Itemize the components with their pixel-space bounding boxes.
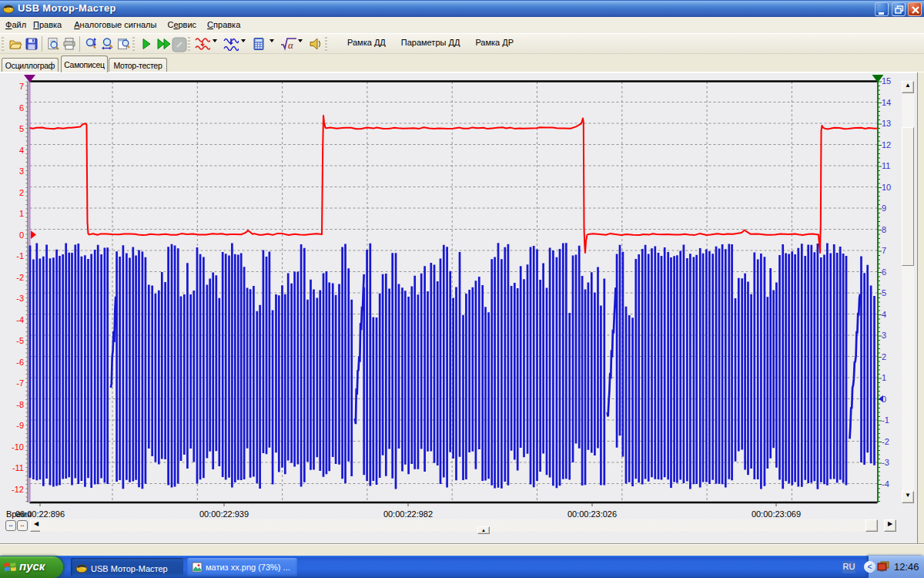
svg-text:5: 5	[882, 288, 886, 297]
svg-text:15: 15	[882, 76, 891, 86]
svg-text:11: 11	[882, 161, 890, 170]
svg-text:1: 1	[19, 209, 24, 218]
svg-text:3: 3	[882, 331, 886, 340]
svg-text:6: 6	[19, 103, 24, 113]
svg-text:12: 12	[882, 140, 891, 150]
svg-text:-1: -1	[16, 251, 24, 260]
svg-text:00:00:23:026: 00:00:23:026	[567, 509, 617, 519]
svg-text:-11: -11	[12, 463, 24, 472]
svg-text:-9: -9	[16, 421, 24, 430]
svg-text:-3: -3	[16, 294, 24, 303]
svg-text:-7: -7	[16, 378, 24, 388]
svg-text:-8: -8	[16, 400, 24, 409]
svg-text:-5: -5	[16, 336, 24, 345]
svg-text:4: 4	[882, 310, 886, 319]
svg-text:00:00:23:069: 00:00:23:069	[752, 509, 801, 519]
svg-text:3: 3	[19, 166, 24, 176]
svg-text:13: 13	[882, 119, 891, 128]
svg-text:00:00:22:982: 00:00:22:982	[383, 509, 433, 519]
svg-text:-2: -2	[882, 437, 889, 446]
svg-text:0: 0	[19, 230, 24, 240]
svg-text:8: 8	[882, 225, 886, 234]
svg-text:4: 4	[19, 146, 24, 155]
svg-text:7: 7	[882, 246, 886, 255]
svg-text:-10: -10	[12, 442, 24, 452]
svg-text:1: 1	[882, 373, 886, 382]
svg-text:-4: -4	[16, 315, 24, 324]
svg-text:9: 9	[882, 203, 886, 213]
svg-text:6: 6	[882, 267, 886, 277]
svg-text:00:00:22:896: 00:00:22:896	[15, 509, 65, 519]
svg-text:α: α	[288, 39, 294, 51]
svg-text:2: 2	[19, 188, 24, 197]
svg-text:14: 14	[882, 98, 891, 107]
svg-text:-2: -2	[16, 273, 24, 282]
svg-text:-3: -3	[882, 458, 889, 467]
svg-text:-12: -12	[12, 485, 24, 494]
svg-text:-6: -6	[16, 358, 24, 367]
svg-text:0: 0	[882, 395, 886, 404]
svg-text:2: 2	[882, 352, 886, 361]
svg-text:10: 10	[882, 183, 891, 192]
svg-text:00:00:22:939: 00:00:22:939	[199, 509, 249, 519]
svg-text:7: 7	[19, 82, 24, 91]
svg-text:-4: -4	[882, 479, 889, 489]
svg-text:-1: -1	[882, 415, 889, 425]
svg-text:5: 5	[19, 124, 24, 133]
